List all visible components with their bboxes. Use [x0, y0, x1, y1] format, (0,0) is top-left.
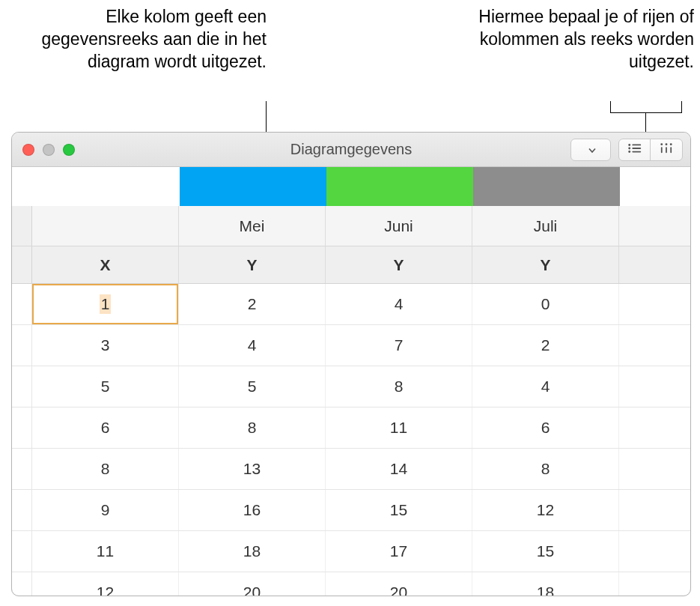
plot-orientation-segmented [618, 139, 683, 161]
toolbar-right [570, 139, 690, 161]
svg-rect-2 [632, 144, 641, 145]
svg-point-1 [628, 144, 630, 146]
svg-rect-6 [632, 151, 641, 152]
y-column-header[interactable]: Y [472, 246, 619, 283]
series-color-row [12, 167, 690, 206]
y-cell[interactable]: 17 [326, 531, 472, 572]
x-cell[interactable]: 6 [32, 407, 179, 448]
svg-point-9 [670, 143, 672, 145]
y-cell[interactable]: 2 [179, 284, 326, 324]
gutter [12, 246, 32, 283]
y-cell[interactable]: 14 [326, 449, 472, 489]
x-column-header[interactable]: X [32, 246, 179, 283]
axis-type-row: X Y Y Y [12, 246, 690, 284]
y-cell[interactable]: 4 [326, 284, 472, 324]
corner-cell [32, 206, 179, 246]
svg-rect-11 [666, 147, 667, 153]
x-cell[interactable]: 8 [32, 449, 179, 489]
callout-connector [681, 101, 682, 113]
y-cell[interactable]: 4 [472, 366, 619, 407]
traffic-lights [12, 144, 75, 156]
callout-connector [610, 112, 682, 113]
gutter [12, 284, 32, 324]
chevron-down-icon [588, 143, 596, 157]
gutter [12, 572, 32, 596]
table-row: 12202018 [12, 572, 690, 596]
gutter [12, 407, 32, 448]
table-row: 5584 [12, 366, 690, 407]
table-row: 3472 [12, 325, 690, 366]
window-title: Diagramgegevens [290, 141, 412, 158]
y-cell[interactable]: 15 [472, 531, 619, 572]
spacer [12, 167, 180, 206]
table-row: 11181715 [12, 531, 690, 572]
svg-point-5 [628, 151, 630, 153]
callout-columns-series: Elke kolom geeft een gegevensreeks aan d… [6, 6, 267, 73]
callout-connector [645, 112, 646, 132]
y-column-header[interactable]: Y [326, 246, 472, 283]
x-cell[interactable]: 3 [32, 325, 179, 366]
gutter [12, 325, 32, 366]
x-cell[interactable]: 1 [32, 284, 179, 324]
series-name-cell[interactable]: Juli [472, 206, 619, 246]
y-cell[interactable]: 13 [179, 449, 326, 489]
series-name-row: Mei Juni Juli [12, 206, 690, 246]
series-color-swatch[interactable] [473, 167, 620, 206]
gutter [12, 531, 32, 572]
svg-point-8 [666, 143, 668, 145]
y-cell[interactable]: 4 [179, 325, 326, 366]
y-cell[interactable]: 20 [326, 572, 472, 596]
table-row: 1240 [12, 284, 690, 325]
y-cell[interactable]: 15 [326, 490, 472, 530]
series-color-swatch[interactable] [326, 167, 473, 206]
table-row: 813148 [12, 449, 690, 490]
y-cell[interactable]: 2 [472, 325, 619, 366]
y-cell[interactable]: 8 [326, 366, 472, 407]
callout-connector [610, 101, 611, 113]
series-name-cell[interactable]: Mei [179, 206, 326, 246]
zoom-button[interactable] [63, 144, 75, 156]
callout-rows-columns-toggle: Hiermee bepaal je of rijen of kolommen a… [430, 6, 694, 73]
titlebar: Diagramgegevens [12, 133, 690, 167]
minimize-button[interactable] [43, 144, 55, 156]
svg-rect-10 [661, 147, 663, 153]
series-name-cell[interactable]: Juni [326, 206, 472, 246]
y-cell[interactable]: 20 [179, 572, 326, 596]
chart-data-window: Diagramgegevens [11, 132, 691, 596]
svg-point-3 [628, 147, 630, 149]
y-cell[interactable]: 18 [179, 531, 326, 572]
y-cell[interactable]: 16 [179, 490, 326, 530]
plot-rows-button[interactable] [619, 139, 651, 160]
x-cell[interactable]: 11 [32, 531, 179, 572]
y-column-header[interactable]: Y [179, 246, 326, 283]
y-cell[interactable]: 7 [326, 325, 472, 366]
y-cell[interactable]: 11 [326, 407, 472, 448]
series-color-swatch[interactable] [180, 167, 326, 206]
data-grid: Mei Juni Juli X Y Y Y 124034725584681168… [12, 167, 690, 596]
gutter [12, 366, 32, 407]
svg-rect-4 [632, 148, 641, 149]
columns-icon [659, 142, 674, 157]
y-cell[interactable]: 12 [472, 490, 619, 530]
svg-rect-12 [670, 147, 672, 153]
table-row: 9161512 [12, 490, 690, 531]
settings-menu-button[interactable] [570, 139, 611, 161]
y-cell[interactable]: 5 [179, 366, 326, 407]
svg-point-7 [660, 143, 663, 145]
y-cell[interactable]: 8 [472, 449, 619, 489]
plot-columns-button[interactable] [651, 139, 682, 160]
y-cell[interactable]: 0 [472, 284, 619, 324]
gutter [12, 206, 32, 246]
x-cell[interactable]: 5 [32, 366, 179, 407]
y-cell[interactable]: 18 [472, 572, 619, 596]
rows-icon [627, 142, 642, 157]
y-cell[interactable]: 6 [472, 407, 619, 448]
y-cell[interactable]: 8 [179, 407, 326, 448]
gutter [12, 490, 32, 530]
table-row: 68116 [12, 407, 690, 449]
callout-connector [266, 101, 267, 135]
x-cell[interactable]: 12 [32, 572, 179, 596]
close-button[interactable] [22, 144, 34, 156]
x-cell[interactable]: 9 [32, 490, 179, 530]
gutter [12, 449, 32, 489]
